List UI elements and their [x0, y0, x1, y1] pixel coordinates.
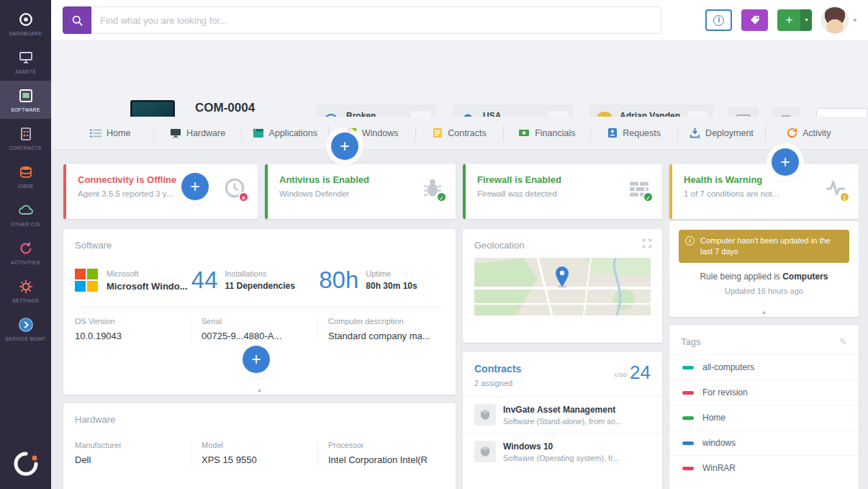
uptime-detail: 80h 30m 10s — [366, 281, 444, 291]
sidebar-item-label: OTHER CIS — [12, 222, 40, 227]
antivirus-status-card[interactable]: Antivirus is Enabled Windows Defender ✓ — [265, 164, 456, 219]
tab-activity[interactable]: Activity — [766, 125, 852, 141]
sidebar-item-contracts[interactable]: CONTRACTS — [0, 119, 51, 157]
contract-icon — [474, 404, 496, 426]
sidebar-item-assets[interactable]: ASSETS — [0, 42, 51, 81]
contracts-card-title[interactable]: Contracts — [474, 363, 521, 374]
field-model: Model XPS 15 9550 — [191, 441, 318, 465]
antivirus-title: Antivirus is Enabled — [279, 174, 444, 185]
contract-name: Windows 10 — [503, 441, 619, 452]
field-serial: Serial 00725-9...4880-A... — [191, 317, 318, 341]
sidebar-item-label: CONTRACTS — [9, 145, 42, 151]
tab-contracts[interactable]: Contracts — [416, 125, 503, 141]
tab-home[interactable]: Home — [67, 125, 154, 141]
tag-icon — [749, 14, 761, 26]
connectivity-title: Connectivity is Offline — [78, 174, 246, 185]
health-status-card[interactable]: Health is Warning 1 of 7 conditions are … — [669, 164, 859, 219]
contract-name: InvGate Asset Management — [503, 405, 622, 415]
sidebar-item-cmdb[interactable]: CMDB — [0, 157, 51, 195]
tags-button[interactable] — [741, 9, 768, 31]
tag-item[interactable]: windows — [669, 430, 859, 455]
geolocation-card-title: Geolocation — [463, 229, 535, 251]
tag-label: WinRAR — [702, 463, 736, 473]
tag-item[interactable]: For revision — [669, 380, 859, 405]
sidebar-item-activities[interactable]: ACTIVITIES — [0, 233, 51, 272]
sidebar: DASHBOARD ASSETS SOFTWARE CONTRACTS CMDB — [0, 0, 51, 489]
sidebar-item-service-mgmt[interactable]: SERVICE MGMT — [0, 310, 51, 348]
assets-icon — [18, 50, 34, 66]
info-icon: i — [713, 15, 724, 26]
firewall-status-card[interactable]: Firewall is Enabled Firewall was detecte… — [463, 164, 662, 219]
map[interactable] — [474, 258, 651, 318]
asset-tabs: Home Hardware Applications Windows Contr… — [51, 117, 868, 150]
contract-list-item[interactable]: Windows 10 Software (Operating system), … — [463, 433, 662, 470]
firewall-title: Firewall is Enabled — [477, 174, 651, 185]
activity-icon — [787, 127, 797, 138]
health-rule-value: Computers — [782, 272, 828, 282]
sidebar-item-other-cis[interactable]: OTHER CIS — [0, 195, 51, 233]
health-banner-text: Computer hasn't been updated in the last… — [700, 236, 831, 256]
tag-label: all-computers — [702, 362, 754, 372]
tab-financials[interactable]: Financials — [504, 125, 591, 141]
tour-plus-button[interactable]: + — [772, 148, 799, 176]
ok-badge: ✓ — [436, 192, 447, 202]
contract-list-item[interactable]: InvGate Asset Management Software (Stand… — [463, 396, 662, 433]
uptime-value: 80h — [319, 266, 358, 294]
tag-item[interactable]: all-computers — [669, 354, 859, 380]
connectivity-status-card[interactable]: Connectivity is Offline Agent 3.5.5 repo… — [63, 164, 258, 219]
expand-map-button[interactable] — [642, 238, 652, 251]
hardware-icon — [170, 128, 181, 138]
tab-applications[interactable]: Applications — [242, 125, 329, 141]
software-icon — [18, 88, 34, 104]
service-mgmt-icon — [18, 317, 34, 333]
tag-color-dash — [682, 391, 694, 395]
sidebar-item-label: CMDB — [18, 184, 33, 189]
tour-plus-button[interactable]: + — [331, 133, 358, 160]
antivirus-icon: ✓ — [421, 176, 444, 199]
sidebar-item-label: DASHBOARD — [9, 31, 42, 36]
uptime-label: Uptime — [366, 269, 444, 278]
tab-label: Deployment — [705, 128, 754, 138]
tab-deployment[interactable]: Deployment — [678, 125, 765, 141]
health-rule-prefix: Rule being applied is — [700, 272, 779, 282]
edit-tags-button[interactable]: ✎ — [839, 336, 847, 347]
info-icon: i — [685, 236, 695, 246]
firewall-subtitle: Firewall was detected — [477, 189, 651, 198]
settings-icon — [18, 279, 34, 295]
search-button[interactable] — [63, 6, 91, 34]
invgate-logo — [0, 440, 51, 489]
collapse-caret-icon[interactable]: ▴ — [63, 385, 456, 393]
avatar — [821, 6, 849, 34]
tab-hardware[interactable]: Hardware — [154, 125, 241, 141]
activities-icon — [18, 241, 34, 256]
tab-requests[interactable]: Requests — [591, 125, 678, 141]
tour-plus-button[interactable]: + — [181, 173, 209, 200]
sidebar-item-software[interactable]: SOFTWARE — [0, 81, 51, 119]
info-button[interactable]: i — [705, 9, 732, 31]
tag-item[interactable]: Home — [669, 405, 859, 430]
dependencies-count: 11 Dependencies — [225, 281, 304, 291]
search-input[interactable] — [91, 6, 661, 34]
connectivity-subtitle: Agent 3.5.5 reported 3 y... — [78, 189, 246, 198]
tab-label: Home — [107, 128, 130, 138]
app-root: DASHBOARD ASSETS SOFTWARE CONTRACTS CMDB — [0, 0, 868, 489]
tag-color-dash — [682, 467, 694, 470]
sidebar-item-dashboard[interactable]: DASHBOARD — [0, 4, 51, 42]
currency-label: USD — [615, 372, 628, 378]
user-menu[interactable]: ▾ — [821, 6, 856, 34]
tag-item[interactable]: WinRAR — [669, 455, 859, 480]
chevron-down-icon: ▾ — [800, 9, 812, 31]
contracts-card: Contracts 2 assigned USD 24 InvGate Asse… — [463, 352, 662, 489]
installations-count: 44 — [191, 266, 218, 294]
sidebar-item-label: SOFTWARE — [11, 107, 40, 112]
tag-color-dash — [682, 441, 694, 445]
add-button[interactable]: + ▾ — [777, 9, 812, 31]
dashboard-icon — [18, 12, 34, 27]
error-badge: × — [238, 192, 249, 202]
collapse-caret-icon[interactable]: ▴ — [669, 308, 859, 315]
warning-badge: ! — [839, 192, 850, 202]
topbar: i + ▾ ▾ — [51, 0, 868, 41]
sidebar-item-settings[interactable]: SETTINGS — [0, 272, 51, 310]
tour-plus-button[interactable]: + — [243, 346, 270, 373]
sidebar-item-label: SERVICE MGMT — [5, 336, 45, 341]
